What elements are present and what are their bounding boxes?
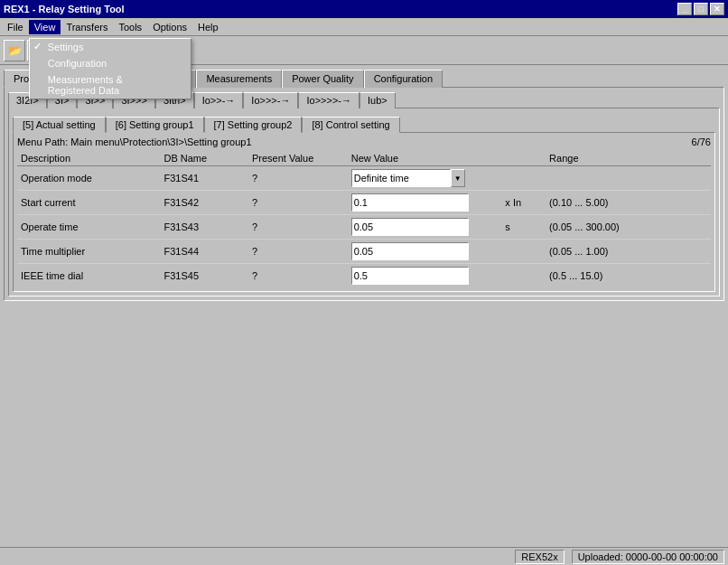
row-range-4: (0.5 ... 15.0) xyxy=(546,264,711,288)
row-description-3: Time multiplier xyxy=(17,240,160,264)
row-dbname-2: F31S43 xyxy=(160,215,248,240)
row-range-0 xyxy=(546,166,711,191)
menu-tools[interactable]: Tools xyxy=(113,20,147,34)
inner-tab-control[interactable]: [8] Control setting xyxy=(302,117,399,133)
row-description-1: Start current xyxy=(17,191,160,215)
row-newval-2 xyxy=(348,215,502,240)
menu-file[interactable]: File xyxy=(2,20,29,34)
row-range-2: (0.05 ... 300.00) xyxy=(546,215,711,240)
close-button[interactable]: ✕ xyxy=(710,3,724,15)
row-unit-0 xyxy=(501,166,546,191)
maximize-button[interactable]: □ xyxy=(694,3,708,15)
dropdown-settings[interactable]: ✓ Settings xyxy=(30,39,191,55)
new-value-input-4[interactable] xyxy=(351,267,469,285)
menu-path-text: Menu Path: Main menu\Protection\3I>\Sett… xyxy=(17,137,252,147)
row-description-4: IEEE time dial xyxy=(17,264,160,288)
row-newval-0: ▼ xyxy=(348,166,502,191)
content-panel: 3I2f> 3I> 3I>> 3I>>> 3Ith> Io>>-→ Io>>>-… xyxy=(4,87,724,301)
status-bar: REX52x Uploaded: 0000-00-00 00:00:00 xyxy=(0,547,728,565)
open-button[interactable]: 📂 xyxy=(4,40,25,61)
sub-tab-io1[interactable]: Io>>-→ xyxy=(194,92,244,108)
menu-help[interactable]: Help xyxy=(192,20,224,34)
row-range-3: (0.05 ... 1.00) xyxy=(546,240,711,264)
col-header-present: Present Value xyxy=(248,151,348,166)
title-text: REX1 - Relay Setting Tool xyxy=(4,4,125,14)
menu-transfers[interactable]: Transfers xyxy=(61,20,113,34)
table-panel: Menu Path: Main menu\Protection\3I>\Sett… xyxy=(13,132,715,292)
window-controls: _ □ ✕ xyxy=(677,3,724,15)
new-value-input-1[interactable] xyxy=(351,193,469,212)
menu-options[interactable]: Options xyxy=(147,20,192,34)
col-header-range: Range xyxy=(546,151,711,166)
new-value-input-2[interactable] xyxy=(351,218,469,236)
row-unit-1: x In xyxy=(501,191,546,215)
inner-tab-actual[interactable]: [5] Actual setting xyxy=(13,117,106,133)
upload-status: Uploaded: 0000-00-00 00:00:00 xyxy=(572,550,724,564)
sub-tab-io3[interactable]: Io>>>>-→ xyxy=(298,92,359,108)
table-row: Time multiplier F31S44 ? (0.05 ... 1.00) xyxy=(17,240,711,264)
row-dbname-4: F31S45 xyxy=(160,264,248,288)
table-row: Operate time F31S43 ? s (0.05 ... 300.00… xyxy=(17,215,711,240)
settings-table: Description DB Name Present Value New Va… xyxy=(17,151,711,287)
new-value-input-3[interactable] xyxy=(351,242,469,260)
tab-measurements[interactable]: Measurements xyxy=(196,70,282,88)
dropdown-arrow-0[interactable]: ▼ xyxy=(451,169,465,187)
col-header-unit xyxy=(501,151,546,166)
table-row: Start current F31S42 ? x In (0.10 ... 5.… xyxy=(17,191,711,215)
table-row: Operation mode F31S41 ? ▼ xyxy=(17,166,711,191)
table-row: IEEE time dial F31S45 ? (0.5 ... 15.0) xyxy=(17,264,711,288)
menu-path-bar: Menu Path: Main menu\Protection\3I>\Sett… xyxy=(17,137,711,147)
inner-tab-group1[interactable]: [6] Setting group1 xyxy=(106,117,204,133)
sub-tab-iub[interactable]: Iub> xyxy=(359,92,396,108)
device-status: REX52x xyxy=(515,550,564,564)
page-indicator: 6/76 xyxy=(692,137,711,147)
title-bar: REX1 - Relay Setting Tool _ □ ✕ xyxy=(0,0,728,18)
dropdown-wrap-0: ▼ xyxy=(351,169,499,187)
col-header-description: Description xyxy=(17,151,160,166)
main-content: Protection Control Cond. monit. Measurem… xyxy=(0,65,728,301)
row-dbname-1: F31S42 xyxy=(160,191,248,215)
view-dropdown-menu: ✓ Settings Configuration Measurements & … xyxy=(29,38,191,99)
folder-icon: 📂 xyxy=(8,44,22,57)
dropdown-measurements[interactable]: Measurements & Registered Data xyxy=(30,71,191,99)
row-unit-3 xyxy=(501,240,546,264)
row-unit-4 xyxy=(501,264,546,288)
row-unit-2: s xyxy=(501,215,546,240)
row-present-2: ? xyxy=(248,215,348,240)
row-present-1: ? xyxy=(248,191,348,215)
row-description-2: Operate time xyxy=(17,215,160,240)
inner-tab-bar: [5] Actual setting [6] Setting group1 [7… xyxy=(13,116,715,132)
sub-tab-io2[interactable]: Io>>>-→ xyxy=(243,92,298,108)
tab-power-quality[interactable]: Power Quality xyxy=(282,70,363,88)
row-newval-3 xyxy=(348,240,502,264)
row-newval-4 xyxy=(348,264,502,288)
inner-panel: [5] Actual setting [6] Setting group1 [7… xyxy=(8,108,720,297)
inner-tab-group2[interactable]: [7] Setting group2 xyxy=(204,117,303,133)
dropdown-configuration[interactable]: Configuration xyxy=(30,55,191,71)
row-description-0: Operation mode xyxy=(17,166,160,191)
col-header-dbname: DB Name xyxy=(160,151,248,166)
row-present-3: ? xyxy=(248,240,348,264)
row-dbname-0: F31S41 xyxy=(160,166,248,191)
row-present-4: ? xyxy=(248,264,348,288)
row-range-1: (0.10 ... 5.00) xyxy=(546,191,711,215)
row-dbname-3: F31S44 xyxy=(160,240,248,264)
row-newval-1 xyxy=(348,191,502,215)
minimize-button[interactable]: _ xyxy=(677,3,692,15)
row-present-0: ? xyxy=(248,166,348,191)
menu-bar: File View ✓ Settings Configuration Measu… xyxy=(0,18,728,36)
menu-view[interactable]: View ✓ Settings Configuration Measuremen… xyxy=(29,20,61,34)
col-header-new: New Value xyxy=(348,151,502,166)
new-value-input-0[interactable] xyxy=(351,169,451,187)
tab-configuration[interactable]: Configuration xyxy=(364,70,443,88)
